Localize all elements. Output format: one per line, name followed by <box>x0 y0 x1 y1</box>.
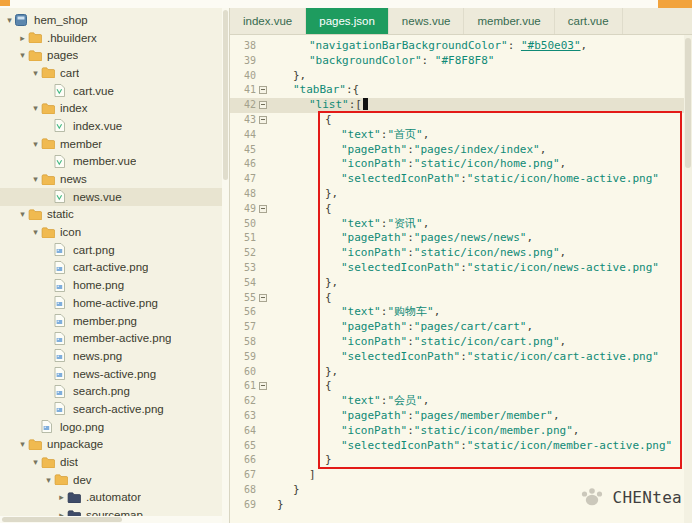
fold-gutter <box>256 335 269 350</box>
tree-item-label: member-active.png <box>73 332 171 344</box>
tab-pages.json[interactable]: pages.json <box>306 8 389 34</box>
tree-item-dev[interactable]: ▾dev <box>0 471 229 489</box>
chevron-down-icon[interactable]: ▾ <box>17 209 28 219</box>
code-line-56[interactable]: 56"text":"购物车", <box>230 305 692 320</box>
chevron-down-icon[interactable]: ▾ <box>4 15 15 25</box>
code-line-55[interactable]: 55{ <box>230 291 692 306</box>
chevron-down-icon[interactable]: ▾ <box>17 439 28 449</box>
code-line-38[interactable]: 38"navigationBarBackgroundColor": "#b50e… <box>230 39 692 54</box>
code-line-46[interactable]: 46"iconPath":"static/icon/home.png", <box>230 157 692 172</box>
folder-icon <box>41 103 56 114</box>
code-line-43[interactable]: 43{ <box>230 113 692 128</box>
tree-item-home-active.png[interactable]: home-active.png <box>0 294 229 312</box>
code-line-65[interactable]: 65"selectedIconPath":"static/icon/member… <box>230 439 692 454</box>
chevron-down-icon[interactable]: ▾ <box>30 457 41 467</box>
code-text: "iconPath":"static/icon/cart.png", <box>269 335 566 350</box>
code-line-57[interactable]: 57"pagePath":"pages/cart/cart", <box>230 320 692 335</box>
code-line-44[interactable]: 44"text":"首页", <box>230 128 692 143</box>
tree-item-icon[interactable]: ▾icon <box>0 223 229 241</box>
tree-item-unpackage[interactable]: ▾unpackage <box>0 436 229 454</box>
tree-item-cart.png[interactable]: cart.png <box>0 241 229 259</box>
tree-item-member[interactable]: ▾member <box>0 135 229 153</box>
code-line-47[interactable]: 47"selectedIconPath":"static/icon/home-a… <box>230 172 692 187</box>
fold-gutter <box>256 98 269 113</box>
editor-vertical-scrollbar[interactable] <box>684 35 692 523</box>
tree-item-pages[interactable]: ▾pages <box>0 46 229 64</box>
tree-item-dist[interactable]: ▾dist <box>0 453 229 471</box>
tree-item-index.vue[interactable]: index.vue <box>0 117 229 135</box>
tree-item-news[interactable]: ▾news <box>0 170 229 188</box>
tree-item-label: icon <box>60 226 81 238</box>
chevron-down-icon[interactable]: ▾ <box>17 50 28 60</box>
code-text: "selectedIconPath":"static/icon/member-a… <box>269 439 672 454</box>
tree-item-news.vue[interactable]: news.vue <box>0 188 229 206</box>
tab-cart.vue[interactable]: cart.vue <box>555 8 623 34</box>
tree-item-cart.vue[interactable]: cart.vue <box>0 82 229 100</box>
code-line-66[interactable]: 66} <box>230 453 692 468</box>
tree-item-member-active.png[interactable]: member-active.png <box>0 329 229 347</box>
tree-item-cart-active.png[interactable]: cart-active.png <box>0 259 229 277</box>
fold-toggle-icon[interactable] <box>259 86 267 94</box>
tree-item-index[interactable]: ▾index <box>0 99 229 117</box>
code-line-58[interactable]: 58"iconPath":"static/icon/cart.png", <box>230 335 692 350</box>
code-line-54[interactable]: 54}, <box>230 276 692 291</box>
chevron-right-icon[interactable]: ▸ <box>56 492 67 502</box>
tab-news.vue[interactable]: news.vue <box>389 8 465 34</box>
code-text: { <box>269 113 332 128</box>
code-line-50[interactable]: 50"text":"资讯", <box>230 217 692 232</box>
code-text: "pagePath":"pages/member/member", <box>269 409 560 424</box>
sidebar-horizontal-scrollbar[interactable] <box>0 516 222 523</box>
code-line-49[interactable]: 49{ <box>230 202 692 217</box>
fold-gutter <box>256 276 269 291</box>
png-file-icon <box>54 367 69 380</box>
chevron-down-icon[interactable]: ▾ <box>30 227 41 237</box>
fold-toggle-icon[interactable] <box>259 205 267 213</box>
sidebar-vertical-scrollbar[interactable] <box>222 8 229 523</box>
code-line-39[interactable]: 39"backgroundColor": "#F8F8F8" <box>230 54 692 69</box>
tree-item-news-active.png[interactable]: news-active.png <box>0 365 229 383</box>
tree-item-home.png[interactable]: home.png <box>0 276 229 294</box>
fold-toggle-icon[interactable] <box>259 101 267 109</box>
tree-item-search-active.png[interactable]: search-active.png <box>0 400 229 418</box>
code-line-53[interactable]: 53"selectedIconPath":"static/icon/news-a… <box>230 261 692 276</box>
fold-toggle-icon[interactable] <box>259 294 267 302</box>
chevron-down-icon[interactable]: ▾ <box>30 139 41 149</box>
code-line-51[interactable]: 51"pagePath":"pages/news/news", <box>230 231 692 246</box>
tab-member.vue[interactable]: member.vue <box>464 8 554 34</box>
tree-item-member.vue[interactable]: member.vue <box>0 153 229 171</box>
code-line-45[interactable]: 45"pagePath":"pages/index/index", <box>230 143 692 158</box>
code-line-64[interactable]: 64"iconPath":"static/icon/member.png", <box>230 424 692 439</box>
code-line-48[interactable]: 48}, <box>230 187 692 202</box>
code-line-40[interactable]: 40}, <box>230 69 692 84</box>
code-line-61[interactable]: 61{ <box>230 379 692 394</box>
code-line-63[interactable]: 63"pagePath":"pages/member/member", <box>230 409 692 424</box>
code-line-41[interactable]: 41"tabBar":{ <box>230 83 692 98</box>
code-text: "iconPath":"static/icon/home.png", <box>269 157 566 172</box>
tree-item-.automator[interactable]: ▸.automator <box>0 489 229 507</box>
tab-index.vue[interactable]: index.vue <box>230 8 306 34</box>
chevron-down-icon[interactable]: ▾ <box>30 174 41 184</box>
tree-item-search.png[interactable]: search.png <box>0 382 229 400</box>
chevron-right-icon[interactable]: ▸ <box>17 33 28 43</box>
file-tree: ▾hem_shop▸.hbuilderx▾pages▾cartcart.vue▾… <box>0 11 229 523</box>
code-line-60[interactable]: 60}, <box>230 365 692 380</box>
code-line-52[interactable]: 52"iconPath":"static/icon/news.png", <box>230 246 692 261</box>
chevron-down-icon[interactable]: ▾ <box>30 68 41 78</box>
fold-toggle-icon[interactable] <box>259 382 267 390</box>
code-line-59[interactable]: 59"selectedIconPath":"static/icon/cart-a… <box>230 350 692 365</box>
chevron-down-icon[interactable]: ▾ <box>30 103 41 113</box>
tree-item-member.png[interactable]: member.png <box>0 312 229 330</box>
tree-item-cart[interactable]: ▾cart <box>0 64 229 82</box>
line-number: 56 <box>230 305 256 320</box>
tree-item-static[interactable]: ▾static <box>0 206 229 224</box>
code-editor[interactable]: 38"navigationBarBackgroundColor": "#b50e… <box>230 35 692 523</box>
tree-item-.hbuilderx[interactable]: ▸.hbuilderx <box>0 29 229 47</box>
fold-toggle-icon[interactable] <box>259 116 267 124</box>
code-line-67[interactable]: 67] <box>230 468 692 483</box>
code-line-42[interactable]: 42"list":[ <box>230 98 692 113</box>
code-line-62[interactable]: 62"text":"会员", <box>230 394 692 409</box>
tree-item-news.png[interactable]: news.png <box>0 347 229 365</box>
tree-item-logo.png[interactable]: logo.png <box>0 418 229 436</box>
chevron-down-icon[interactable]: ▾ <box>43 475 54 485</box>
tree-item-hem_shop[interactable]: ▾hem_shop <box>0 11 229 29</box>
